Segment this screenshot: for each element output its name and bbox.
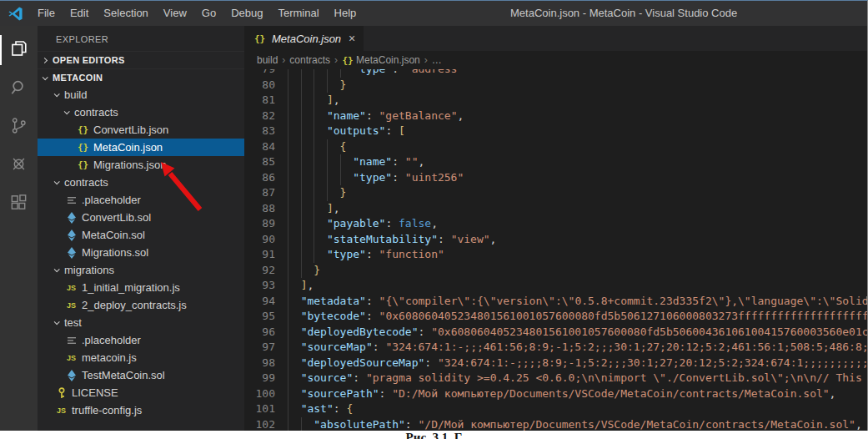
line-number: 101: [244, 401, 288, 417]
code-text: ],: [288, 93, 867, 108]
breadcrumb-separator: ›: [420, 54, 432, 66]
tree-item-label: ConvertLib.sol: [82, 211, 151, 224]
js-icon: JS: [64, 301, 78, 310]
close-icon[interactable]: ×: [349, 33, 355, 44]
code-text: "stateMutability": "view",: [288, 232, 867, 248]
tree-item-convertlib.json[interactable]: {}ConvertLib.json: [38, 121, 244, 139]
line-number: 85: [244, 154, 288, 170]
vscode-window: FileEditSelectionViewGoDebugTerminalHelp…: [0, 0, 868, 431]
tree-item-label: TestMetaCoin.sol: [82, 369, 165, 381]
breadcrumb-separator: ›: [330, 54, 342, 66]
tree-item-1_initial_migration.js[interactable]: JS1_initial_migration.js: [38, 279, 244, 296]
code-text: "bytecode": "0x6080604052348015610010576…: [288, 309, 867, 325]
code-line-101: 101"ast": {: [244, 401, 867, 417]
activitybar-extensions-button[interactable]: [0, 184, 38, 223]
line-number: 97: [244, 340, 288, 356]
code-text: "name": "",: [288, 154, 867, 170]
tree-item-.placeholder[interactable]: .placeholder: [38, 331, 244, 349]
tree-item-contracts[interactable]: contracts: [38, 174, 244, 191]
activitybar-search-button[interactable]: [0, 69, 38, 108]
menu-go[interactable]: Go: [194, 1, 223, 26]
code-text: "deployedSourceMap": "324:674:1:-;;;;8:9…: [288, 356, 867, 371]
tree-item-label: test: [64, 316, 82, 329]
code-text: "outputs": [: [288, 124, 867, 139]
tree-item-migrations.sol[interactable]: Migrations.sol: [38, 244, 244, 261]
tree-item-label: 1_initial_migration.js: [82, 281, 180, 294]
license-icon: [54, 387, 68, 399]
code-line-99: 99"source": "pragma solidity >=0.4.25 <0…: [244, 371, 867, 386]
line-number: 80: [244, 78, 288, 93]
section-metacoin[interactable]: METACOIN: [38, 68, 244, 86]
tree-item-label: .placeholder: [82, 194, 141, 206]
sol-icon: [64, 247, 78, 259]
tree-item-migrations[interactable]: migrations: [38, 261, 244, 279]
tree-item-.placeholder[interactable]: .placeholder: [38, 191, 244, 209]
activitybar-debug-button[interactable]: [0, 146, 38, 184]
breadcrumb-label: MetaCoin.json: [356, 54, 420, 66]
code-editor[interactable]: 79"type": "address"80}81],82"name": "get…: [244, 69, 867, 431]
line-number: 94: [244, 294, 288, 310]
menu-help[interactable]: Help: [327, 1, 364, 26]
tree-item-label: metacoin.js: [82, 351, 137, 364]
menu-bar: FileEditSelectionViewGoDebugTerminalHelp: [30, 1, 364, 26]
line-number: 91: [244, 247, 288, 263]
title-bar: FileEditSelectionViewGoDebugTerminalHelp…: [0, 1, 867, 26]
code-line-93: 93],: [244, 278, 867, 294]
code-text: }: [288, 263, 867, 279]
tree-item-convertlib.sol[interactable]: ConvertLib.sol: [38, 209, 244, 226]
files-icon: [9, 38, 29, 62]
editor-group: {} MetaCoin.json × build›contracts›{}Met…: [244, 26, 867, 431]
code-text: "payable": false,: [288, 216, 867, 232]
breadcrumb-item-contracts[interactable]: contracts: [289, 54, 330, 66]
menu-terminal[interactable]: Terminal: [270, 1, 326, 26]
tree-item-metacoin.sol[interactable]: MetaCoin.sol: [38, 226, 244, 244]
chevron-down-icon: [54, 91, 60, 97]
tree-item-test[interactable]: test: [38, 314, 244, 331]
tree-item-testmetacoin.sol[interactable]: TestMetaCoin.sol: [38, 366, 244, 384]
activitybar-explorer-button[interactable]: [0, 31, 38, 69]
menu-edit[interactable]: Edit: [63, 1, 96, 26]
code-text: "name": "getBalance",: [288, 108, 867, 124]
tree-item-2_deploy_contracts.js[interactable]: JS2_deploy_contracts.js: [38, 296, 244, 314]
window-title: MetaCoin.json - MetaCoin - Visual Studio…: [510, 1, 737, 26]
code-line-97: 97"sourceMap": "324:674:1:-;;;461:56;8:9…: [244, 340, 867, 356]
tree-item-metacoin.json[interactable]: {}MetaCoin.json: [38, 139, 244, 156]
tree-item-label: Migrations.json: [93, 159, 166, 171]
line-number: 93: [244, 278, 288, 294]
tree-item-build[interactable]: build: [38, 86, 244, 103]
breadcrumb-item-build[interactable]: build: [257, 54, 278, 66]
code-text: {: [288, 139, 867, 155]
tree-item-truffle-config.js[interactable]: JStruffle-config.js: [38, 401, 244, 419]
search-icon: [9, 78, 28, 100]
tree-item-license[interactable]: LICENSE: [38, 384, 244, 401]
activitybar-source-control-button[interactable]: [0, 108, 38, 146]
code-text: "source": "pragma solidity >=0.4.25 <0.6…: [288, 371, 867, 386]
json-icon: {}: [76, 124, 90, 135]
tree-item-label: MetaCoin.json: [93, 141, 163, 154]
sol-icon: [64, 212, 78, 224]
menu-view[interactable]: View: [156, 1, 194, 26]
tree-item-label: LICENSE: [72, 386, 118, 399]
menu-selection[interactable]: Selection: [96, 1, 155, 26]
line-number: 84: [244, 139, 288, 155]
code-line-96: 96"deployedBytecode": "0x608060405234801…: [244, 325, 867, 341]
json-icon: {}: [76, 142, 90, 153]
menu-debug[interactable]: Debug: [223, 1, 270, 26]
menu-file[interactable]: File: [30, 1, 63, 26]
line-number: 83: [244, 124, 288, 139]
tree-item-label: ConvertLib.json: [93, 124, 168, 136]
code-line-91: 91"type": "function": [244, 247, 867, 263]
chevron-down-icon: [54, 179, 60, 184]
tab-metacoin-json[interactable]: {} MetaCoin.json ×: [244, 26, 364, 51]
tree-item-label: .placeholder: [82, 334, 141, 346]
breadcrumb-item-metacoin.json[interactable]: {}MetaCoin.json: [342, 54, 420, 66]
breadcrumb-item--[interactable]: …: [432, 54, 442, 66]
section-open-editors[interactable]: OPEN EDITORS: [38, 51, 244, 68]
explorer-sections: OPEN EDITORSMETACOIN: [38, 51, 244, 86]
debug-icon: [9, 154, 28, 177]
tree-item-contracts[interactable]: contracts: [38, 103, 244, 121]
code-text: "ast": {: [288, 401, 867, 417]
tree-item-metacoin.js[interactable]: JSmetacoin.js: [38, 349, 244, 366]
tree-item-migrations.json[interactable]: {}Migrations.json: [38, 156, 244, 174]
workbench: EXPLORER OPEN EDITORSMETACOIN buildcontr…: [0, 26, 867, 431]
